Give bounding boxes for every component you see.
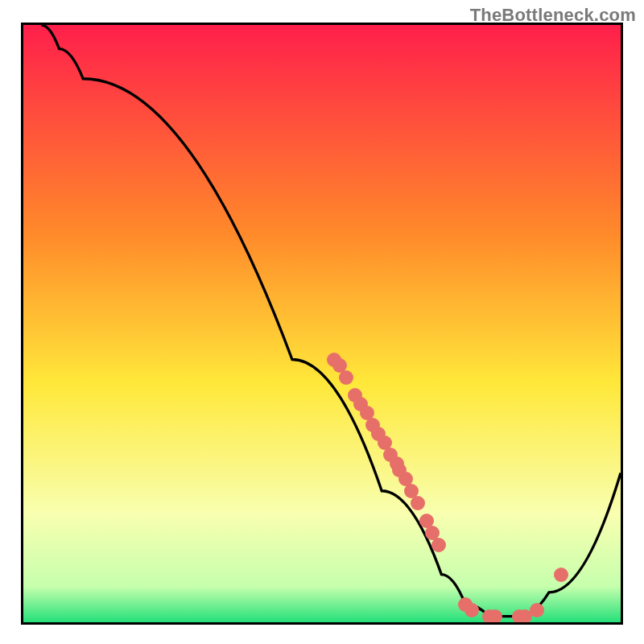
- scatter-dot: [464, 603, 479, 617]
- plot-frame: [21, 23, 623, 625]
- curve-layer: [23, 25, 621, 622]
- scatter-dot: [431, 538, 446, 552]
- scatter-dot: [339, 370, 353, 385]
- scatter-dot: [411, 496, 425, 510]
- scatter-dot: [488, 609, 502, 624]
- chart-canvas: TheBottleneck.com: [0, 0, 644, 644]
- curve-line: [41, 25, 621, 617]
- scatter-dot: [554, 568, 568, 582]
